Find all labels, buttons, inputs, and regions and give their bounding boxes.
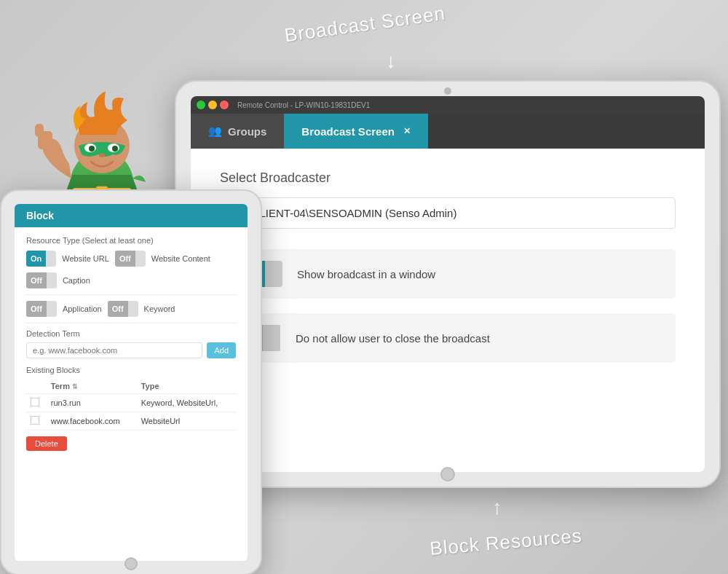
block-arrow: ↑ bbox=[492, 496, 502, 519]
keyword-off: Off bbox=[108, 301, 128, 317]
window-titlebar: Remote Control - LP-WIN10-19831DEV1 bbox=[191, 96, 705, 114]
window-btn-red[interactable] bbox=[220, 101, 229, 109]
divider-2 bbox=[26, 323, 236, 323]
toggle-window-text: Show broadcast in a window bbox=[297, 268, 435, 280]
svg-rect-8 bbox=[35, 124, 44, 137]
broadcaster-value[interactable]: QA-CLIENT-04\SENSOADMIN (Senso Admin) bbox=[220, 197, 676, 229]
toggle-close-text: Do not allow user to close the broadcast bbox=[296, 332, 490, 345]
toggle-close-slider bbox=[263, 325, 280, 351]
table-row: run3.run Keyword, WebsiteUrl, bbox=[26, 394, 236, 412]
row1-type: Keyword, WebsiteUrl, bbox=[137, 394, 236, 412]
block-tablet: Block Resource Type (Select at least one… bbox=[0, 189, 262, 574]
website-content-slider bbox=[135, 251, 146, 267]
toggle-keyword[interactable]: Off bbox=[108, 301, 138, 317]
delete-button[interactable]: Delete bbox=[26, 436, 67, 451]
website-url-label: Website URL bbox=[62, 254, 109, 263]
window-btn-yellow[interactable] bbox=[208, 101, 217, 109]
detection-input[interactable] bbox=[26, 342, 202, 358]
col-term[interactable]: Term ⇅ bbox=[47, 379, 137, 394]
website-url-slider bbox=[46, 251, 56, 267]
select-broadcaster-title: Select Broadcaster bbox=[220, 170, 676, 186]
groups-icon: 👥 bbox=[208, 125, 222, 138]
toggle-website-url[interactable]: On bbox=[26, 251, 56, 267]
tablet-camera bbox=[444, 87, 451, 95]
table-row: www.facebook.com WebsiteUrl bbox=[26, 412, 236, 430]
caption-label: Caption bbox=[63, 276, 90, 285]
col-check bbox=[26, 379, 47, 394]
block-body: Resource Type (Select at least one) On W… bbox=[15, 227, 248, 460]
broadcast-content: Select Broadcaster QA-CLIENT-04\SENSOADM… bbox=[191, 149, 705, 399]
resource-row-1: On Website URL Off Website Content bbox=[26, 251, 236, 267]
detection-row: Add bbox=[26, 342, 236, 358]
application-label: Application bbox=[63, 304, 102, 313]
website-url-on: On bbox=[26, 251, 46, 267]
window-btn-green[interactable] bbox=[197, 101, 205, 109]
blocks-table: Term ⇅ Type run3.run Keyword, WebsiteUrl… bbox=[26, 379, 236, 430]
sort-icon: ⇅ bbox=[72, 383, 78, 390]
row1-term: run3.run bbox=[47, 394, 137, 412]
website-content-label: Website Content bbox=[151, 254, 210, 263]
svg-point-4 bbox=[89, 146, 95, 152]
divider-1 bbox=[26, 294, 236, 295]
toggle-caption[interactable]: Off bbox=[26, 272, 57, 288]
toggle-application[interactable]: Off bbox=[26, 301, 57, 317]
add-button[interactable]: Add bbox=[207, 342, 236, 358]
svg-point-5 bbox=[112, 146, 118, 152]
tablet-screen: Remote Control - LP-WIN10-19831DEV1 👥 Gr… bbox=[191, 96, 705, 472]
website-content-off: Off bbox=[115, 251, 135, 267]
block-tablet-home-button[interactable] bbox=[124, 557, 138, 570]
keyword-slider bbox=[128, 301, 138, 317]
application-slider bbox=[47, 301, 57, 317]
block-screen: Block Resource Type (Select at least one… bbox=[15, 204, 248, 561]
broadcast-tab-close[interactable]: ✕ bbox=[403, 126, 411, 136]
broadcast-tab-label: Broadcast Screen bbox=[301, 125, 395, 138]
resource-row-2: Off Caption bbox=[26, 272, 236, 288]
broadcast-arrow: ↓ bbox=[386, 50, 396, 73]
row2-term: www.facebook.com bbox=[47, 412, 137, 430]
groups-tab-label: Groups bbox=[228, 125, 266, 138]
tablet-home-button[interactable] bbox=[440, 467, 455, 481]
tab-broadcast-screen[interactable]: Broadcast Screen ✕ bbox=[284, 114, 428, 149]
detection-term-label: Detection Term bbox=[26, 329, 236, 338]
resource-type-label: Resource Type (Select at least one) bbox=[26, 236, 236, 245]
col-type: Type bbox=[137, 379, 236, 394]
toggle-close-row: Off Do not allow user to close the broad… bbox=[220, 313, 676, 363]
row2-checkbox[interactable] bbox=[31, 416, 39, 425]
window-title: Remote Control - LP-WIN10-19831DEV1 bbox=[237, 101, 699, 109]
toggle-window-row: On Show broadcast in a window bbox=[220, 249, 676, 299]
tab-bar: 👥 Groups Broadcast Screen ✕ bbox=[191, 114, 705, 149]
keyword-label: Keyword bbox=[144, 304, 175, 313]
existing-blocks-label: Existing Blocks bbox=[26, 366, 236, 374]
caption-slider bbox=[47, 272, 57, 288]
application-off: Off bbox=[26, 301, 47, 317]
toggle-website-content[interactable]: Off bbox=[115, 251, 146, 267]
svg-point-6 bbox=[99, 153, 105, 157]
row2-type: WebsiteUrl bbox=[137, 412, 236, 430]
block-header: Block bbox=[15, 204, 248, 227]
toggle-slider bbox=[265, 261, 282, 287]
block-header-label: Block bbox=[26, 210, 54, 221]
caption-off: Off bbox=[26, 272, 47, 288]
resource-row-3: Off Application Off Keyword bbox=[26, 301, 236, 317]
row1-checkbox[interactable] bbox=[31, 398, 39, 406]
tab-groups[interactable]: 👥 Groups bbox=[191, 114, 284, 149]
